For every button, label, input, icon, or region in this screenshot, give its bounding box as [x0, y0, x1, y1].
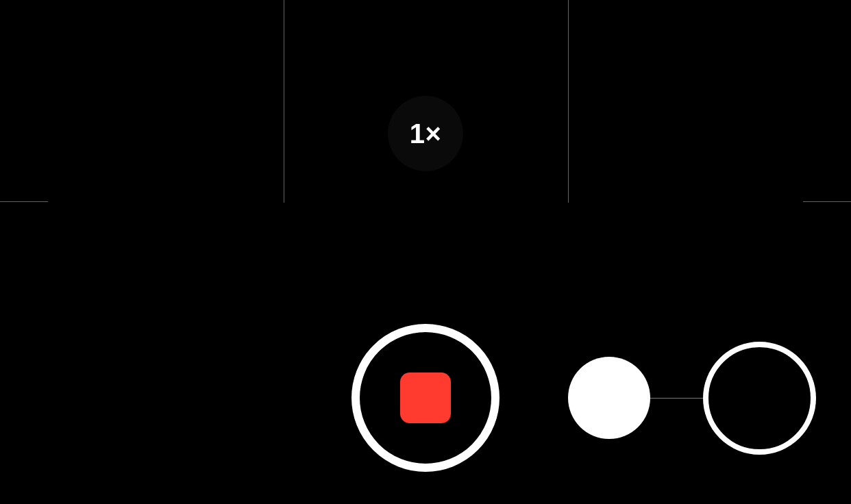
control-connector-line — [650, 398, 703, 399]
viewfinder-gridline-horizontal-left-tick — [0, 201, 48, 202]
stop-recording-button[interactable] — [352, 324, 500, 472]
capture-photo-button[interactable] — [568, 357, 650, 439]
viewfinder-gridline-vertical-1 — [284, 0, 284, 203]
zoom-level-label: 1× — [410, 118, 442, 149]
stop-icon — [400, 373, 451, 423]
viewfinder-gridline-horizontal-right-tick — [803, 201, 851, 202]
viewfinder-gridline-vertical-2 — [568, 0, 569, 203]
camera-controls-bar — [0, 203, 851, 504]
last-capture-thumbnail[interactable] — [703, 342, 816, 455]
camera-screen: 1× — [0, 0, 851, 504]
zoom-level-button[interactable]: 1× — [388, 96, 463, 171]
